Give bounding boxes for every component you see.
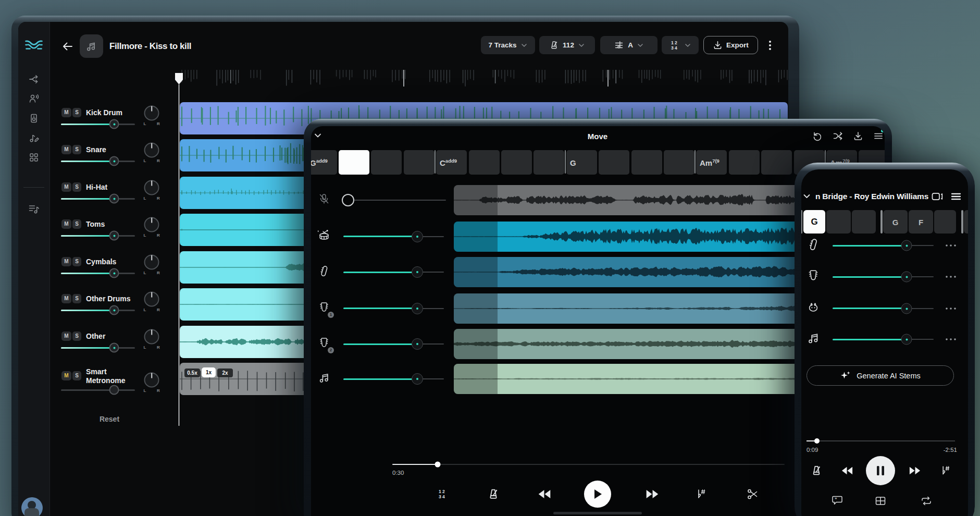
- svg-text:1: 1: [439, 489, 441, 494]
- svg-text:3: 3: [439, 494, 441, 499]
- svg-text:”: ”: [835, 497, 837, 502]
- svg-text:4: 4: [675, 45, 677, 51]
- svg-text:2: 2: [675, 40, 677, 45]
- svg-text:4: 4: [442, 494, 445, 499]
- svg-text:2: 2: [442, 489, 445, 494]
- svg-text:3: 3: [671, 45, 674, 51]
- svg-text:1: 1: [671, 40, 674, 45]
